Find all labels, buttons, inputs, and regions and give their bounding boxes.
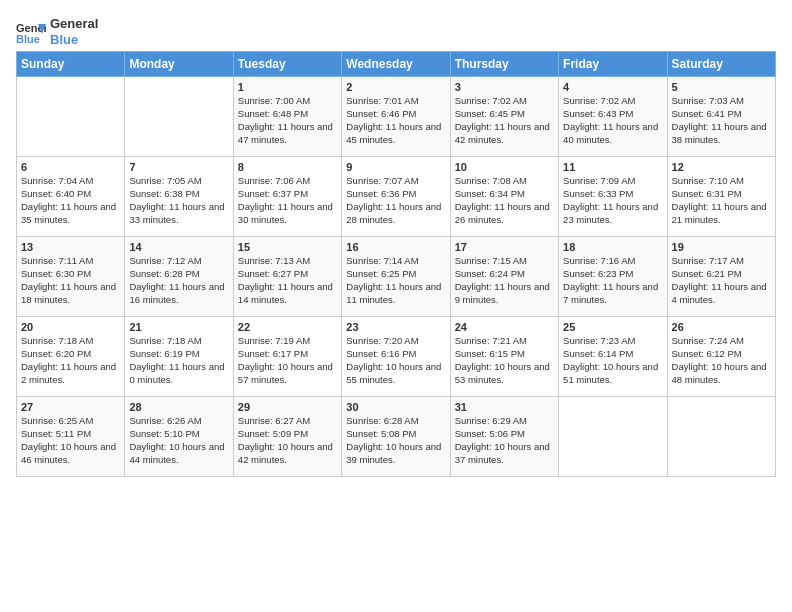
- calendar-cell: 13Sunrise: 7:11 AMSunset: 6:30 PMDayligh…: [17, 237, 125, 317]
- calendar-cell: 23Sunrise: 7:20 AMSunset: 6:16 PMDayligh…: [342, 317, 450, 397]
- day-info: Sunrise: 7:20 AM: [346, 335, 445, 348]
- day-info: Sunset: 6:25 PM: [346, 268, 445, 281]
- day-info: Daylight: 11 hours and 26 minutes.: [455, 201, 554, 227]
- day-info: Sunrise: 7:02 AM: [455, 95, 554, 108]
- day-info: Sunrise: 7:10 AM: [672, 175, 771, 188]
- day-info: Daylight: 11 hours and 42 minutes.: [455, 121, 554, 147]
- calendar-cell: 4Sunrise: 7:02 AMSunset: 6:43 PMDaylight…: [559, 77, 667, 157]
- day-info: Sunrise: 7:13 AM: [238, 255, 337, 268]
- day-info: Sunset: 6:24 PM: [455, 268, 554, 281]
- day-info: Sunset: 6:34 PM: [455, 188, 554, 201]
- day-info: Daylight: 10 hours and 57 minutes.: [238, 361, 337, 387]
- day-number: 3: [455, 81, 554, 93]
- day-number: 14: [129, 241, 228, 253]
- day-info: Sunset: 6:17 PM: [238, 348, 337, 361]
- day-number: 11: [563, 161, 662, 173]
- calendar-cell: 12Sunrise: 7:10 AMSunset: 6:31 PMDayligh…: [667, 157, 775, 237]
- day-info: Sunrise: 7:06 AM: [238, 175, 337, 188]
- calendar-body: 1Sunrise: 7:00 AMSunset: 6:48 PMDaylight…: [17, 77, 776, 477]
- day-number: 6: [21, 161, 120, 173]
- day-number: 23: [346, 321, 445, 333]
- column-header-wednesday: Wednesday: [342, 52, 450, 77]
- day-info: Sunrise: 7:14 AM: [346, 255, 445, 268]
- column-header-friday: Friday: [559, 52, 667, 77]
- page-header: General Blue General Blue: [16, 16, 776, 47]
- day-info: Sunset: 6:30 PM: [21, 268, 120, 281]
- calendar-cell: 24Sunrise: 7:21 AMSunset: 6:15 PMDayligh…: [450, 317, 558, 397]
- day-info: Daylight: 11 hours and 38 minutes.: [672, 121, 771, 147]
- calendar-cell: 5Sunrise: 7:03 AMSunset: 6:41 PMDaylight…: [667, 77, 775, 157]
- day-info: Sunset: 6:20 PM: [21, 348, 120, 361]
- day-info: Sunrise: 6:25 AM: [21, 415, 120, 428]
- day-number: 12: [672, 161, 771, 173]
- day-info: Sunrise: 7:02 AM: [563, 95, 662, 108]
- calendar-cell: 6Sunrise: 7:04 AMSunset: 6:40 PMDaylight…: [17, 157, 125, 237]
- day-number: 8: [238, 161, 337, 173]
- calendar-cell: [667, 397, 775, 477]
- calendar-cell: [125, 77, 233, 157]
- calendar-cell: 20Sunrise: 7:18 AMSunset: 6:20 PMDayligh…: [17, 317, 125, 397]
- day-info: Sunset: 6:12 PM: [672, 348, 771, 361]
- day-info: Daylight: 10 hours and 48 minutes.: [672, 361, 771, 387]
- logo-general: General: [50, 16, 98, 32]
- day-info: Sunrise: 7:03 AM: [672, 95, 771, 108]
- calendar-cell: 15Sunrise: 7:13 AMSunset: 6:27 PMDayligh…: [233, 237, 341, 317]
- day-number: 16: [346, 241, 445, 253]
- day-info: Sunset: 6:45 PM: [455, 108, 554, 121]
- calendar-cell: 21Sunrise: 7:18 AMSunset: 6:19 PMDayligh…: [125, 317, 233, 397]
- day-number: 15: [238, 241, 337, 253]
- day-info: Sunset: 6:16 PM: [346, 348, 445, 361]
- column-header-saturday: Saturday: [667, 52, 775, 77]
- day-info: Daylight: 11 hours and 4 minutes.: [672, 281, 771, 307]
- day-info: Daylight: 11 hours and 7 minutes.: [563, 281, 662, 307]
- day-info: Daylight: 11 hours and 23 minutes.: [563, 201, 662, 227]
- day-info: Sunrise: 7:04 AM: [21, 175, 120, 188]
- calendar-cell: 7Sunrise: 7:05 AMSunset: 6:38 PMDaylight…: [125, 157, 233, 237]
- day-info: Sunrise: 7:11 AM: [21, 255, 120, 268]
- day-info: Sunrise: 6:27 AM: [238, 415, 337, 428]
- calendar-cell: 18Sunrise: 7:16 AMSunset: 6:23 PMDayligh…: [559, 237, 667, 317]
- day-info: Sunrise: 6:28 AM: [346, 415, 445, 428]
- day-info: Daylight: 11 hours and 45 minutes.: [346, 121, 445, 147]
- day-info: Sunrise: 7:12 AM: [129, 255, 228, 268]
- day-info: Sunset: 5:09 PM: [238, 428, 337, 441]
- day-number: 22: [238, 321, 337, 333]
- day-info: Sunrise: 7:01 AM: [346, 95, 445, 108]
- calendar-cell: 25Sunrise: 7:23 AMSunset: 6:14 PMDayligh…: [559, 317, 667, 397]
- day-info: Sunset: 6:27 PM: [238, 268, 337, 281]
- day-info: Sunrise: 7:00 AM: [238, 95, 337, 108]
- day-info: Sunset: 5:11 PM: [21, 428, 120, 441]
- day-info: Sunset: 6:15 PM: [455, 348, 554, 361]
- day-info: Daylight: 10 hours and 37 minutes.: [455, 441, 554, 467]
- day-info: Daylight: 10 hours and 51 minutes.: [563, 361, 662, 387]
- logo-blue: Blue: [50, 32, 98, 48]
- day-number: 24: [455, 321, 554, 333]
- day-info: Sunrise: 7:16 AM: [563, 255, 662, 268]
- day-info: Daylight: 11 hours and 47 minutes.: [238, 121, 337, 147]
- day-number: 27: [21, 401, 120, 413]
- day-info: Daylight: 11 hours and 14 minutes.: [238, 281, 337, 307]
- calendar-cell: 31Sunrise: 6:29 AMSunset: 5:06 PMDayligh…: [450, 397, 558, 477]
- day-info: Daylight: 10 hours and 55 minutes.: [346, 361, 445, 387]
- day-info: Daylight: 10 hours and 44 minutes.: [129, 441, 228, 467]
- day-info: Sunset: 6:19 PM: [129, 348, 228, 361]
- day-info: Sunset: 6:48 PM: [238, 108, 337, 121]
- day-number: 25: [563, 321, 662, 333]
- day-info: Daylight: 11 hours and 40 minutes.: [563, 121, 662, 147]
- day-info: Sunset: 6:36 PM: [346, 188, 445, 201]
- calendar-cell: 11Sunrise: 7:09 AMSunset: 6:33 PMDayligh…: [559, 157, 667, 237]
- logo: General Blue General Blue: [16, 16, 98, 47]
- day-info: Sunset: 6:41 PM: [672, 108, 771, 121]
- day-number: 19: [672, 241, 771, 253]
- calendar-cell: 26Sunrise: 7:24 AMSunset: 6:12 PMDayligh…: [667, 317, 775, 397]
- calendar-cell: 3Sunrise: 7:02 AMSunset: 6:45 PMDaylight…: [450, 77, 558, 157]
- day-info: Sunset: 6:43 PM: [563, 108, 662, 121]
- day-info: Daylight: 10 hours and 42 minutes.: [238, 441, 337, 467]
- day-info: Sunrise: 7:08 AM: [455, 175, 554, 188]
- calendar-cell: [559, 397, 667, 477]
- header-row: SundayMondayTuesdayWednesdayThursdayFrid…: [17, 52, 776, 77]
- day-info: Daylight: 11 hours and 33 minutes.: [129, 201, 228, 227]
- day-info: Sunset: 6:37 PM: [238, 188, 337, 201]
- calendar-cell: 30Sunrise: 6:28 AMSunset: 5:08 PMDayligh…: [342, 397, 450, 477]
- calendar-cell: 8Sunrise: 7:06 AMSunset: 6:37 PMDaylight…: [233, 157, 341, 237]
